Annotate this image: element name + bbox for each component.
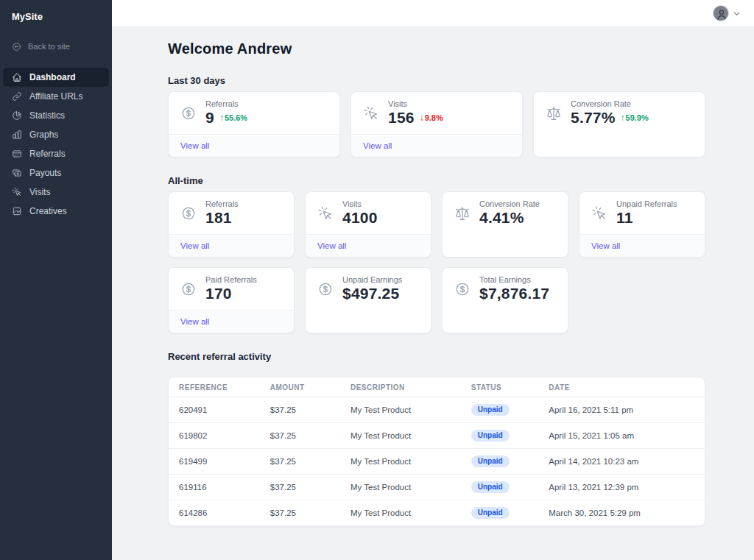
content-column: Welcome Andrew Last 30 days Referrals 9 …: [112, 0, 754, 560]
sidebar-item-visits[interactable]: Visits: [3, 182, 109, 202]
cell-amount: $37.25: [260, 423, 340, 449]
dollar-circle-icon: [180, 281, 197, 297]
arrow-down-icon: ↓: [420, 113, 424, 123]
sidebar-item-referrals[interactable]: Referrals: [3, 144, 109, 163]
card-footer: View all: [306, 234, 431, 257]
all-time-grid-row-1: Referrals 181 View all Visits 4100: [168, 191, 705, 258]
status-badge: Unpaid: [471, 456, 510, 467]
stat-label: Paid Referrals: [205, 275, 257, 284]
sidebar-item-affiliate-urls[interactable]: Affiliate URLs: [3, 87, 109, 106]
cell-amount: $37.25: [260, 500, 340, 526]
sidebar-nav: Dashboard Affiliate URLs Statistics Grap…: [0, 68, 112, 221]
cursor-click-icon: [317, 205, 334, 221]
scale-icon: [546, 105, 562, 121]
cell-amount: $37.25: [260, 397, 340, 423]
stat-label: Visits: [388, 99, 443, 108]
stat-card-conversion-rate-30d: Conversion Rate 5.77% ↑59.9%: [533, 91, 705, 157]
dollar-circle-icon: [454, 281, 471, 297]
home-icon: [12, 72, 22, 82]
sidebar-item-statistics[interactable]: Statistics: [3, 106, 109, 125]
card-footer: View all: [169, 234, 294, 257]
stat-card-visits-30d: Visits 156 ↓9.8% View all: [350, 91, 523, 157]
cell-description: My Test Product: [340, 397, 461, 423]
brand-title: MySite: [0, 9, 112, 25]
sidebar-item-payouts[interactable]: Payouts: [3, 163, 109, 182]
stat-value: 5.77%: [571, 109, 616, 127]
cell-date: April 16, 2021 5:11 pm: [538, 397, 705, 423]
stat-value: 4100: [342, 209, 378, 227]
stat-card-paid-referrals: Paid Referrals 170 View all: [168, 267, 295, 333]
stat-value: $7,876.17: [479, 285, 549, 302]
back-to-site-link[interactable]: Back to site: [0, 38, 112, 54]
sidebar-item-dashboard[interactable]: Dashboard: [3, 68, 109, 87]
stat-card-referrals-alltime: Referrals 181 View all: [168, 191, 295, 258]
scale-icon: [454, 205, 471, 221]
stat-label: Conversion Rate: [571, 99, 649, 108]
stat-value: 4.41%: [479, 209, 524, 227]
stat-label: Unpaid Earnings: [342, 275, 402, 284]
stat-card-conversion-rate-alltime: Conversion Rate 4.41%: [442, 191, 568, 258]
chevron-down-icon[interactable]: [733, 10, 741, 18]
user-avatar[interactable]: [713, 5, 729, 21]
dollar-circle-icon: [317, 281, 334, 297]
table-header-row: REFERENCE AMOUNT DESCRIPTION STATUS DATE: [169, 378, 705, 397]
stat-card-visits-alltime: Visits 4100 View all: [305, 191, 431, 258]
cell-reference: 619499: [169, 449, 260, 475]
sidebar-item-creatives[interactable]: Creatives: [3, 202, 109, 221]
stat-value: 9: [205, 109, 214, 127]
stat-card-total-earnings: Total Earnings $7,876.17: [442, 267, 568, 333]
stat-label: Referrals: [205, 99, 247, 108]
status-badge: Unpaid: [471, 430, 510, 442]
stat-value: $497.25: [342, 285, 399, 302]
sidebar-item-label: Creatives: [29, 206, 67, 216]
cell-date: March 30, 2021 5:29 pm: [538, 500, 705, 526]
page-title: Welcome Andrew: [168, 40, 705, 57]
cash-icon: [12, 168, 22, 178]
stat-value: 11: [616, 209, 633, 227]
dollar-circle-icon: [180, 205, 197, 221]
view-all-link[interactable]: View all: [180, 317, 209, 326]
stat-card-unpaid-referrals: Unpaid Referrals 11 View all: [579, 191, 705, 258]
credit-card-icon: [12, 149, 22, 159]
cell-description: My Test Product: [340, 423, 461, 449]
cursor-click-icon: [12, 187, 22, 197]
main-area: Welcome Andrew Last 30 days Referrals 9 …: [112, 27, 754, 560]
stat-value: 170: [205, 285, 232, 302]
column-header-amount: AMOUNT: [260, 378, 340, 397]
view-all-link[interactable]: View all: [180, 241, 209, 250]
stat-card-unpaid-earnings: Unpaid Earnings $497.25: [305, 267, 431, 333]
view-all-link[interactable]: View all: [180, 141, 209, 150]
stat-value: 181: [205, 209, 232, 227]
sidebar-item-graphs[interactable]: Graphs: [3, 125, 109, 144]
stat-card-referrals-30d: Referrals 9 ↑55.6% View all: [168, 91, 340, 157]
arrow-up-icon: ↑: [621, 113, 625, 123]
stat-label: Conversion Rate: [479, 199, 540, 208]
table-row: 620491 $37.25 My Test Product Unpaid Apr…: [169, 397, 705, 423]
activity-table: REFERENCE AMOUNT DESCRIPTION STATUS DATE…: [169, 378, 705, 525]
view-all-link[interactable]: View all: [591, 241, 620, 250]
bar-chart-icon: [12, 130, 22, 140]
link-icon: [12, 91, 22, 102]
sidebar-item-label: Statistics: [29, 110, 65, 121]
activity-table-panel: REFERENCE AMOUNT DESCRIPTION STATUS DATE…: [168, 377, 705, 526]
stat-label: Referrals: [205, 199, 239, 208]
card-footer: View all: [351, 134, 522, 157]
view-all-link[interactable]: View all: [317, 241, 346, 250]
column-header-date: DATE: [538, 378, 705, 397]
pie-chart-icon: [12, 110, 22, 121]
trend-badge: ↓9.8%: [420, 113, 443, 123]
sidebar-item-label: Referrals: [29, 149, 66, 159]
cell-amount: $37.25: [260, 475, 340, 500]
table-row: 614286 $37.25 My Test Product Unpaid Mar…: [169, 500, 705, 526]
cell-reference: 619802: [169, 423, 260, 449]
table-row: 619116 $37.25 My Test Product Unpaid Apr…: [169, 475, 705, 500]
person-icon: [715, 8, 728, 21]
sidebar-item-label: Visits: [29, 187, 50, 197]
column-header-status: STATUS: [461, 378, 539, 397]
stat-label: Total Earnings: [479, 275, 549, 284]
card-footer: View all: [169, 134, 339, 157]
sidebar-item-label: Payouts: [29, 168, 61, 178]
sidebar: MySite Back to site Dashboard Affiliate …: [0, 0, 112, 560]
view-all-link[interactable]: View all: [363, 141, 392, 150]
sidebar-item-label: Affiliate URLs: [29, 91, 82, 102]
